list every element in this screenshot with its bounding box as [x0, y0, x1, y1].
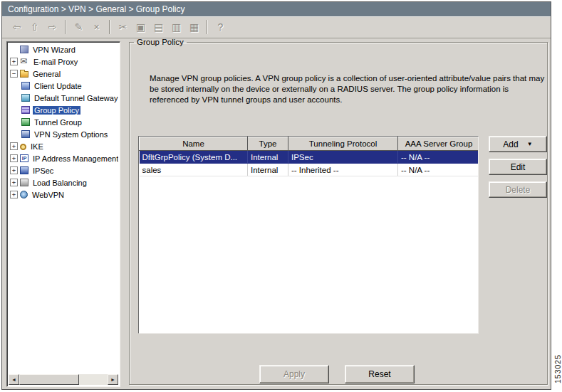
group-policy-groupbox: Group Policy Manage VPN group policies. …	[129, 38, 548, 385]
tree-item-label: VPN System Options	[33, 130, 109, 139]
tree-item-label: VPN Wizard	[31, 46, 77, 54]
nav-forward-icon[interactable]: ⇨	[43, 19, 61, 36]
expand-toggle-icon[interactable]: +	[10, 179, 18, 186]
table-row-sales[interactable]: sales Internal -- Inherited -- -- N/A --	[140, 164, 479, 176]
scrollbar-track[interactable]	[19, 374, 108, 385]
edit-button[interactable]: Edit	[489, 159, 547, 175]
dropdown-caret-icon: ▼	[527, 141, 533, 147]
nav-up-icon[interactable]: ⇧	[26, 19, 43, 36]
vpn-system-options-icon	[21, 130, 30, 138]
tree-item-ipsec[interactable]: + IPSec	[9, 164, 118, 176]
collapse-toggle-icon[interactable]: −	[10, 70, 18, 78]
tree-item-ip-address-management[interactable]: + IP Address Management	[9, 152, 118, 164]
client-update-icon	[21, 82, 30, 90]
toolbar-separator	[109, 20, 110, 34]
add-button[interactable]: Add ▼	[489, 136, 547, 152]
paste-icon[interactable]: ▤	[150, 19, 167, 36]
tree-item-tunnel-group[interactable]: Tunnel Group	[9, 116, 118, 128]
tree-item-load-balancing[interactable]: + Load Balancing	[9, 176, 118, 189]
apply-button-label: Apply	[283, 369, 305, 379]
tree-item-label: IPSec	[31, 166, 55, 175]
cell-tunneling-protocol[interactable]: IPSec	[288, 151, 398, 164]
asdm-window: Configuration > VPN > General > Group Po…	[1, 1, 551, 390]
toolbar: ⇦ ⇧ ⇨ ✎ × ✂ ▣ ▤ ▥ ▦ ?	[2, 16, 551, 38]
nav-tree: VPN Wizard + E-mail Proxy − General Clie…	[9, 43, 118, 374]
edit-button-label: Edit	[511, 162, 526, 172]
tree-item-group-policy[interactable]: Group Policy	[9, 104, 118, 116]
figure-number: 153025	[553, 354, 562, 383]
tunnel-gateway-icon	[21, 94, 30, 102]
expand-toggle-icon[interactable]: +	[10, 154, 18, 162]
ipsec-icon	[20, 166, 28, 174]
copy-icon[interactable]: ▣	[132, 19, 150, 36]
expand-toggle-icon[interactable]: +	[10, 58, 18, 65]
reset-button[interactable]: Reset	[345, 365, 415, 383]
tree-item-label: General	[31, 70, 62, 78]
group-policy-table: Name Type Tunneling Protocol AAA Server …	[138, 136, 479, 334]
tree-item-ike[interactable]: + IKE	[9, 140, 118, 152]
ip-address-management-icon	[20, 154, 28, 162]
cell-aaa-server-group[interactable]: -- N/A --	[398, 151, 479, 164]
edit-icon[interactable]: ✎	[70, 19, 88, 36]
cell-name[interactable]: DfltGrpPolicy (System D...	[140, 151, 248, 164]
tree-item-email-proxy[interactable]: + E-mail Proxy	[9, 55, 118, 68]
column-header-tunneling-protocol[interactable]: Tunneling Protocol	[288, 137, 398, 151]
tree-item-default-tunnel-gateway[interactable]: Default Tunnel Gateway	[9, 92, 118, 104]
vpn-wizard-icon	[20, 46, 28, 53]
tree-item-label: IP Address Management	[31, 154, 118, 163]
apply-button[interactable]: Apply	[259, 365, 329, 383]
load-balancing-icon	[20, 179, 28, 186]
delete-button-label: Delete	[506, 185, 531, 195]
tree-item-webvpn[interactable]: + WebVPN	[9, 189, 118, 201]
description-text: Manage VPN group policies. A VPN group p…	[150, 73, 548, 106]
delete-button[interactable]: Delete	[489, 181, 547, 198]
tree-item-label: Load Balancing	[31, 179, 88, 187]
table-header-row: Name Type Tunneling Protocol AAA Server …	[140, 137, 479, 151]
ike-key-icon	[20, 144, 26, 150]
column-header-aaa-server-group[interactable]: AAA Server Group	[398, 137, 479, 151]
tree-item-label: E-mail Proxy	[32, 58, 79, 66]
tree-item-client-update[interactable]: Client Update	[9, 80, 118, 92]
email-proxy-icon	[20, 58, 29, 65]
help-icon[interactable]: ?	[212, 19, 229, 36]
tree-item-label: WebVPN	[31, 191, 66, 199]
nav-tree-panel: VPN Wizard + E-mail Proxy − General Clie…	[6, 41, 120, 387]
folder-open-icon	[20, 71, 28, 78]
tree-item-label: Default Tunnel Gateway	[33, 94, 118, 102]
tree-item-vpn-wizard[interactable]: VPN Wizard	[9, 43, 118, 55]
nav-back-icon[interactable]: ⇦	[8, 19, 26, 36]
add-button-label: Add	[503, 139, 518, 149]
cell-aaa-server-group[interactable]: -- N/A --	[398, 164, 479, 176]
scroll-right-icon[interactable]: ►	[108, 374, 118, 385]
tree-item-vpn-system-options[interactable]: VPN System Options	[9, 128, 118, 140]
cut-icon[interactable]: ✂	[114, 19, 132, 36]
toolbar-separator	[207, 20, 208, 34]
scroll-left-icon[interactable]: ◄	[9, 374, 19, 385]
cell-type[interactable]: Internal	[248, 164, 288, 176]
tree-item-general[interactable]: − General	[9, 68, 118, 80]
paste-alt-icon[interactable]: ▥	[167, 19, 185, 36]
group-policy-icon	[21, 106, 30, 114]
expand-toggle-icon[interactable]: +	[10, 166, 18, 174]
tree-item-label: Tunnel Group	[33, 118, 83, 127]
paste-special-icon[interactable]: ▦	[185, 19, 203, 36]
column-header-name[interactable]: Name	[140, 137, 248, 151]
toolbar-separator	[65, 20, 66, 34]
groupbox-title: Group Policy	[134, 38, 187, 46]
scrollbar-thumb[interactable]	[19, 374, 79, 385]
cell-name[interactable]: sales	[140, 164, 248, 176]
reset-button-label: Reset	[368, 369, 390, 379]
table-row-dfltgrppolicy[interactable]: DfltGrpPolicy (System D... Internal IPSe…	[140, 151, 479, 164]
tree-item-label: Client Update	[33, 82, 83, 90]
breadcrumb: Configuration > VPN > General > Group Po…	[2, 2, 551, 16]
cell-tunneling-protocol[interactable]: -- Inherited --	[288, 164, 398, 176]
delete-icon[interactable]: ×	[88, 19, 105, 36]
expand-toggle-icon[interactable]: +	[10, 191, 18, 198]
cell-type[interactable]: Internal	[248, 151, 288, 164]
tunnel-group-icon	[21, 118, 30, 126]
tree-horizontal-scrollbar[interactable]: ◄ ►	[9, 374, 118, 385]
column-header-type[interactable]: Type	[248, 137, 288, 151]
table-action-buttons: Add ▼ Edit Delete	[489, 136, 547, 204]
webvpn-globe-icon	[20, 191, 28, 198]
expand-toggle-icon[interactable]: +	[10, 142, 18, 150]
